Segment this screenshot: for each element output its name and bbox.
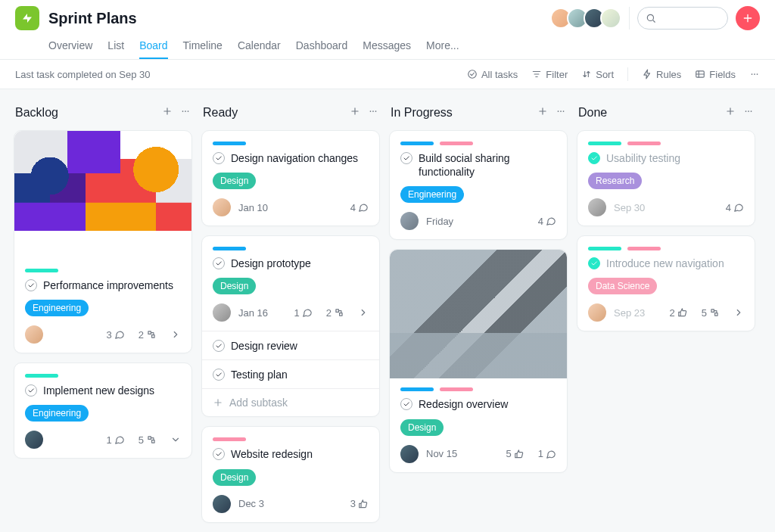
add-card-button[interactable] [162, 106, 173, 120]
card-title: Build social sharing functionality [419, 151, 556, 179]
thumbs-up-icon [514, 449, 524, 459]
column-menu[interactable] [368, 106, 378, 120]
complete-checkbox[interactable] [588, 257, 600, 269]
like-count[interactable]: 3 [350, 498, 369, 509]
svg-point-10 [372, 110, 374, 112]
task-card[interactable]: Redesign overview Design Nov 15 5 1 [389, 249, 568, 472]
all-tasks-label: All tasks [481, 69, 518, 80]
task-card[interactable]: Design navigation changes Design Jan 10 … [201, 130, 380, 226]
tag-engineering[interactable]: Engineering [25, 300, 89, 316]
add-card-button[interactable] [537, 106, 548, 120]
assignee-avatar[interactable] [213, 198, 231, 216]
task-card[interactable]: Performance improvements Engineering 3 2 [14, 130, 192, 353]
task-card[interactable]: Usability testing Research Sep 30 4 [577, 130, 755, 226]
complete-checkbox[interactable] [213, 369, 225, 381]
tag-design[interactable]: Design [213, 173, 256, 189]
svg-point-4 [754, 73, 755, 75]
expand-button[interactable] [733, 307, 744, 318]
complete-checkbox[interactable] [213, 340, 225, 352]
due-date: Dec 3 [238, 498, 264, 509]
task-card[interactable]: Website redesign Design Dec 3 3 [201, 426, 380, 522]
subtask-count[interactable]: 5 [139, 434, 157, 446]
tag-engineering[interactable]: Engineering [25, 405, 89, 422]
subtask-count[interactable]: 2 [139, 329, 157, 341]
tab-dashboard[interactable]: Dashboard [296, 33, 348, 59]
divider [629, 7, 630, 30]
board: Backlog Performance improvements Enginee… [0, 89, 775, 532]
assignee-avatar[interactable] [588, 303, 606, 322]
like-count[interactable]: 5 [506, 448, 524, 459]
tag-design[interactable]: Design [400, 419, 444, 436]
add-card-button[interactable] [350, 106, 360, 120]
rules-button[interactable]: Rules [642, 69, 681, 80]
complete-checkbox[interactable] [25, 279, 37, 291]
sort-button[interactable]: Sort [581, 69, 614, 80]
like-count[interactable]: 2 [670, 307, 688, 319]
subtask-item[interactable]: Testing plan [202, 360, 379, 389]
assignee-avatar[interactable] [400, 445, 419, 463]
comment-count[interactable]: 1 [538, 448, 556, 459]
comment-count[interactable]: 4 [538, 216, 556, 227]
complete-checkbox[interactable] [588, 152, 600, 164]
assignee-avatar[interactable] [25, 325, 43, 344]
more-options[interactable] [749, 69, 760, 79]
comment-icon [358, 202, 369, 213]
comment-count[interactable]: 3 [107, 329, 125, 341]
comment-count[interactable]: 1 [107, 434, 125, 446]
expand-button[interactable] [358, 307, 369, 318]
tag-engineering[interactable]: Engineering [400, 186, 464, 203]
assignee-avatar[interactable] [213, 495, 231, 513]
tab-timeline[interactable]: Timeline [183, 33, 223, 59]
complete-checkbox[interactable] [25, 384, 37, 397]
task-card[interactable]: Implement new designs Engineering 1 5 [14, 362, 192, 459]
filter-button[interactable]: Filter [531, 69, 568, 80]
svg-point-17 [751, 110, 752, 112]
comment-count[interactable]: 1 [294, 307, 313, 319]
task-card[interactable]: Introduce new navigation Data Science Se… [577, 235, 755, 331]
tab-messages[interactable]: Messages [363, 33, 411, 59]
task-card[interactable]: Design prototype Design Jan 16 1 2 Desig… [201, 235, 380, 417]
all-tasks-filter[interactable]: All tasks [467, 69, 518, 80]
complete-checkbox[interactable] [400, 152, 412, 164]
task-card[interactable]: Build social sharing functionality Engin… [389, 130, 568, 240]
subtask-count[interactable]: 2 [326, 307, 344, 319]
add-button[interactable] [736, 6, 760, 30]
expand-button[interactable] [170, 329, 181, 340]
column-backlog: Backlog Performance improvements Enginee… [14, 101, 192, 532]
tab-overview[interactable]: Overview [48, 33, 92, 59]
comment-count[interactable]: 4 [726, 202, 744, 213]
assignee-avatar[interactable] [400, 212, 419, 230]
complete-checkbox[interactable] [400, 398, 412, 410]
column-header: Ready [201, 101, 380, 130]
comment-count[interactable]: 4 [350, 202, 369, 213]
assignee-avatar[interactable] [213, 303, 231, 322]
tab-board[interactable]: Board [139, 33, 167, 59]
subtask-count[interactable]: 5 [702, 307, 720, 319]
complete-checkbox[interactable] [213, 448, 225, 460]
tag-data-science[interactable]: Data Science [588, 278, 657, 294]
member-avatars[interactable] [555, 8, 621, 29]
project-stripes [588, 247, 744, 250]
add-card-button[interactable] [725, 106, 736, 120]
complete-checkbox[interactable] [213, 152, 225, 164]
column-menu[interactable] [743, 106, 754, 120]
search-input[interactable] [637, 7, 728, 30]
avatar[interactable] [600, 8, 621, 29]
subtask-item[interactable]: Design review [202, 331, 379, 360]
tag-research[interactable]: Research [588, 173, 642, 189]
column-menu[interactable] [556, 106, 566, 120]
fields-button[interactable]: Fields [695, 69, 736, 80]
tab-calendar[interactable]: Calendar [238, 33, 281, 59]
add-subtask-button[interactable]: Add subtask [202, 389, 379, 416]
complete-checkbox[interactable] [213, 257, 225, 269]
assignee-avatar[interactable] [588, 198, 606, 216]
tag-design[interactable]: Design [213, 278, 256, 294]
project-icon[interactable] [15, 6, 39, 30]
header: Sprint Plans Overview List Board Timelin… [0, 0, 775, 60]
assignee-avatar[interactable] [25, 431, 43, 449]
column-menu[interactable] [180, 106, 191, 120]
tab-more[interactable]: More... [426, 33, 459, 59]
tab-list[interactable]: List [107, 33, 124, 59]
collapse-button[interactable] [170, 434, 181, 445]
tag-design[interactable]: Design [213, 469, 256, 486]
